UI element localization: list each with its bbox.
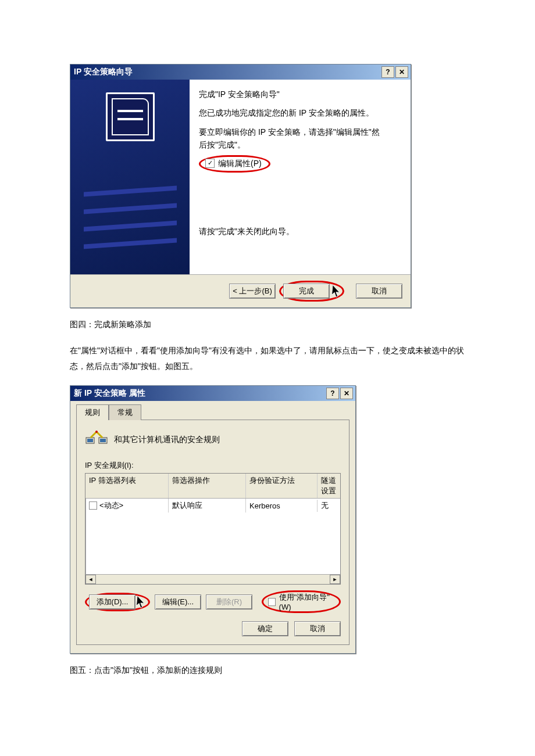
props-title: 新 IP 安全策略 属性: [74, 388, 145, 399]
help-button[interactable]: ?: [381, 66, 394, 78]
col-filter-list[interactable]: IP 筛选器列表: [85, 474, 169, 498]
document-icon: [106, 92, 155, 141]
cancel-button[interactable]: 取消: [356, 284, 402, 299]
help-button[interactable]: ?: [326, 388, 339, 399]
ok-button[interactable]: 确定: [242, 621, 288, 636]
finish-button[interactable]: 完成: [283, 284, 330, 299]
highlight-oval-edit: ✓ 编辑属性(P): [199, 155, 270, 173]
props-titlebar: 新 IP 安全策略 属性 ? ✕: [70, 386, 355, 401]
wizard-success-text: 您已成功地完成指定您的新 IP 安全策略的属性。: [199, 106, 400, 119]
wizard-title: IP 安全策略向导: [74, 67, 133, 77]
row-checkbox[interactable]: [89, 501, 97, 510]
highlight-oval-add: 添加(D)...: [85, 593, 150, 611]
figure4-caption: 图四：完成新策略添加: [70, 320, 465, 330]
highlight-oval-wizard: 使用"添加向导"(W): [262, 590, 341, 613]
svg-rect-3: [100, 439, 106, 442]
cancel-button[interactable]: 取消: [294, 621, 341, 636]
row-filter: <动态>: [99, 500, 123, 511]
ip-policy-properties-dialog: 新 IP 安全策略 属性 ? ✕ 规则 常规: [70, 385, 356, 654]
row-tunnel: 无: [318, 499, 340, 513]
edit-properties-label: 编辑属性(P): [218, 157, 262, 170]
table-row[interactable]: <动态> 默认响应 Kerberos 无: [85, 499, 340, 513]
panel-header: 和其它计算机通讯的安全规则: [114, 435, 220, 445]
network-icon: [85, 429, 108, 450]
edit-button[interactable]: 编辑(E)...: [155, 594, 201, 610]
back-button[interactable]: < 上一步(B): [229, 284, 276, 299]
cursor-icon: [330, 284, 342, 298]
instruction-paragraph: 在"属性"对话框中，看看"使用添加向导"有没有选中，如果选中了，请用鼠标点击一下…: [70, 343, 465, 374]
delete-button: 删除(R): [206, 594, 252, 610]
scroll-right-icon[interactable]: ►: [330, 575, 340, 584]
row-action: 默认响应: [169, 499, 246, 513]
ip-security-wizard-dialog: IP 安全策略向导 ? ✕ 完成"IP 安全策略向导" 您已成功地完成指定您的新…: [70, 64, 411, 308]
col-auth-method[interactable]: 身份验证方法: [246, 474, 318, 498]
wizard-instruction-line1: 要立即编辑你的 IP 安全策略，请选择"编辑属性"然: [199, 126, 400, 138]
rules-list: IP 筛选器列表 筛选器操作 身份验证方法 隧道设置 <动态> 默认响应 Ker…: [85, 473, 341, 585]
edit-properties-checkbox[interactable]: ✓: [205, 159, 215, 168]
scroll-left-icon[interactable]: ◄: [85, 575, 96, 584]
wizard-titlebar: IP 安全策略向导 ? ✕: [70, 65, 411, 80]
use-wizard-checkbox[interactable]: [268, 598, 276, 606]
list-label: IP 安全规则(I):: [85, 460, 341, 471]
col-filter-action[interactable]: 筛选器操作: [169, 474, 246, 498]
wizard-close-hint: 请按"完成"来关闭此向导。: [199, 225, 400, 238]
highlight-oval-finish: 完成: [279, 281, 344, 302]
horizontal-scrollbar[interactable]: ◄ ►: [85, 574, 340, 584]
tab-rules[interactable]: 规则: [76, 404, 109, 420]
add-button[interactable]: 添加(D)...: [89, 594, 135, 610]
figure5-caption: 图五：点击"添加"按钮，添加新的连接规则: [70, 665, 465, 676]
svg-rect-1: [87, 439, 93, 442]
svg-point-4: [95, 431, 98, 433]
wizard-side-graphic: [70, 80, 190, 274]
tab-general[interactable]: 常规: [109, 404, 141, 420]
wizard-heading: 完成"IP 安全策略向导": [199, 88, 400, 101]
use-wizard-label: 使用"添加向导"(W): [279, 592, 334, 611]
row-auth: Kerberos: [246, 500, 318, 512]
wizard-instruction-line2: 后按"完成"。: [199, 138, 400, 151]
close-button[interactable]: ✕: [340, 388, 353, 399]
close-button[interactable]: ✕: [395, 66, 408, 78]
col-tunnel[interactable]: 隧道设置: [318, 474, 340, 498]
cursor-icon: [135, 594, 147, 609]
